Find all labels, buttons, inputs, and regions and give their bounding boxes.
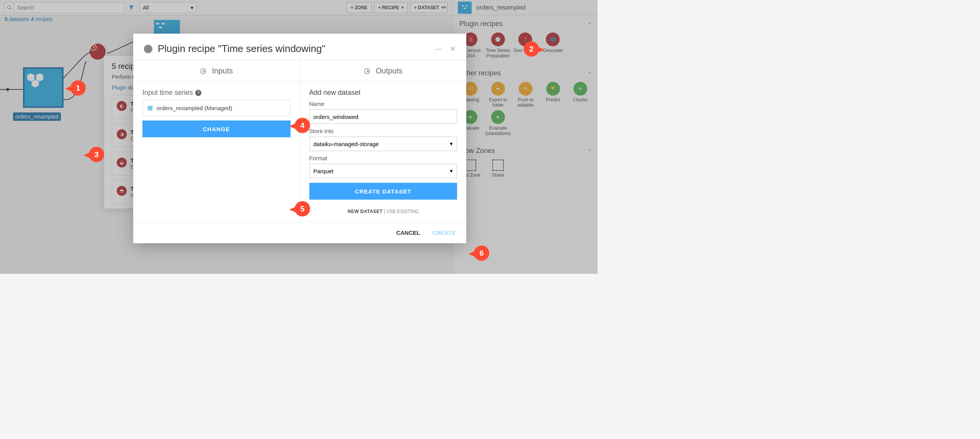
close-icon[interactable]: ✕ [450,45,456,53]
create-button[interactable]: CREATE [432,229,456,236]
cancel-button[interactable]: CANCEL [396,229,420,236]
modal-title: Plugin recipe "Time series windowing" [158,43,325,55]
new-dataset-toggle[interactable]: NEW DATASET | USE EXISTING [309,209,457,214]
input-dataset-row: ▦ orders_resampled (Managed) [142,100,291,116]
create-dataset-button[interactable]: CREATE DATASET [309,183,457,200]
help-icon[interactable]: ? [195,90,201,96]
input-field-label: Input time series? [142,89,291,97]
format-select[interactable]: Parquet▾ [309,164,457,178]
dataset-small-icon: ▦ [147,104,153,111]
output-name-input[interactable] [309,109,457,124]
store-label: Store into [309,128,457,134]
outputs-header: Outputs [300,60,467,82]
change-input-button[interactable]: CHANGE [142,120,291,137]
name-label: Name [309,101,457,107]
annotation-bubble-1: 1 [65,80,86,97]
annotation-bubble-4: 4 [289,118,310,135]
annotation-bubble-5: 5 [289,201,310,218]
store-select[interactable]: dataiku-managed-storage▾ [309,137,457,151]
annotation-bubble-6: 6 [469,246,489,262]
add-dataset-heading: Add new dataset [309,89,457,97]
annotation-bubble-2: 2 [524,41,544,58]
inputs-header: Inputs [133,60,300,82]
modal-plugin-icon [144,45,152,53]
format-label: Format [309,155,457,161]
minimize-icon[interactable]: — [435,45,442,53]
annotation-bubble-3: 3 [83,147,104,164]
